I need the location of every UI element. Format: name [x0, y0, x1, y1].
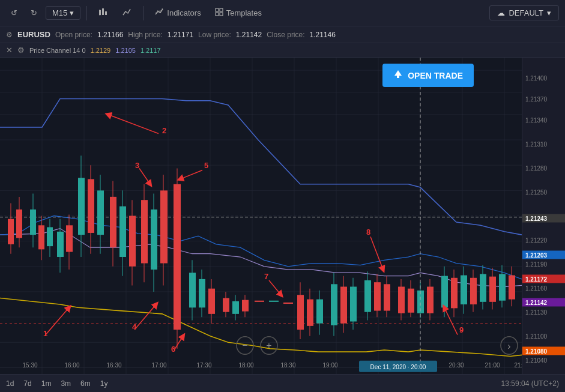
default-button[interactable]: ☁ DEFAULT ▾	[489, 5, 559, 20]
period-3m[interactable]: 3m	[61, 379, 71, 388]
settings-icon[interactable]: ⚙	[6, 31, 13, 39]
svg-text:18:30: 18:30	[280, 362, 295, 369]
svg-text:1.21400: 1.21400	[525, 75, 548, 82]
svg-rect-120	[480, 274, 486, 301]
forward-button[interactable]: ↻	[26, 6, 42, 20]
indicator-val1: 1.2129	[91, 47, 111, 54]
open-trade-button[interactable]: OPEN TRADE	[382, 64, 474, 87]
separator-1	[86, 6, 87, 20]
svg-text:−: −	[242, 339, 247, 350]
indicator-name: Price Channel 14 0	[29, 47, 86, 54]
svg-rect-5	[216, 8, 219, 11]
price-axis-svg: 1.21400 1.21370 1.21340 1.21310 1.21280 …	[522, 58, 565, 374]
period-7d[interactable]: 7d	[23, 379, 31, 388]
indicator-bar: ✕ ⚙ Price Channel 14 0 1.2129 1.2105 1.2…	[0, 43, 565, 58]
indicators-button[interactable]: Indicators	[150, 5, 205, 21]
chart-canvas[interactable]: 15:30 16:00 16:30 17:00 17:30 18:00 18:3…	[0, 58, 522, 374]
svg-rect-6	[220, 8, 223, 11]
timeframe-button[interactable]: M15 ▾	[46, 6, 80, 20]
svg-rect-75	[208, 289, 215, 314]
chart-svg: 15:30 16:00 16:30 17:00 17:30 18:00 18:3…	[0, 58, 522, 374]
svg-text:1.21100: 1.21100	[525, 333, 548, 340]
refresh-button[interactable]: ↺	[6, 6, 22, 20]
price-axis: 1.21400 1.21370 1.21340 1.21310 1.21280 …	[522, 58, 565, 374]
candle-group-2000	[398, 279, 434, 321]
svg-text:Dec 11, 2020 · 20:00: Dec 11, 2020 · 20:00	[370, 363, 426, 370]
svg-rect-7	[216, 13, 219, 16]
svg-text:1.21280: 1.21280	[525, 165, 548, 172]
period-1y[interactable]: 1y	[100, 379, 108, 388]
chevron-down-icon: ▾	[70, 8, 74, 17]
svg-text:7: 7	[264, 272, 268, 281]
templates-label: Templates	[226, 8, 262, 17]
svg-text:18:00: 18:00	[238, 362, 253, 369]
svg-rect-88	[307, 300, 313, 326]
svg-rect-43	[38, 225, 44, 249]
indicator-settings-icon[interactable]: ⚙	[17, 46, 25, 55]
low-label: Low price:	[198, 31, 231, 39]
svg-text:1.21220: 1.21220	[525, 237, 548, 244]
candle-group-1700	[110, 181, 136, 286]
svg-line-144	[108, 115, 159, 134]
candle-group-1930	[364, 271, 390, 320]
candle-group-1530	[8, 197, 22, 254]
svg-rect-47	[57, 232, 64, 257]
svg-rect-90	[316, 300, 323, 324]
svg-line-152	[174, 336, 183, 350]
svg-text:20:30: 20:30	[449, 362, 464, 369]
svg-text:+: +	[266, 339, 271, 350]
chart-area: ⚙ EURUSD Open price: 1.21166 High price:…	[0, 26, 565, 392]
svg-text:16:30: 16:30	[106, 362, 121, 369]
templates-button[interactable]: Templates	[210, 5, 267, 21]
svg-rect-104	[398, 287, 405, 313]
svg-line-146	[139, 168, 150, 184]
open-label: Open price:	[55, 31, 92, 39]
svg-rect-57	[110, 197, 116, 247]
svg-rect-118	[470, 278, 477, 304]
svg-rect-37	[8, 219, 14, 244]
svg-rect-124	[499, 274, 506, 300]
candle-group-1600	[30, 194, 53, 261]
svg-rect-81	[242, 300, 249, 312]
trade-arrow-icon	[393, 70, 403, 81]
close-value: 1.21146	[310, 31, 336, 39]
svg-rect-8	[220, 13, 223, 16]
svg-text:19:00: 19:00	[322, 362, 337, 369]
svg-rect-116	[461, 276, 467, 304]
candle-group-1745	[189, 260, 215, 323]
indicator-val3: 1.2117	[140, 47, 161, 54]
svg-text:21:30: 21:30	[514, 362, 522, 369]
svg-rect-98	[364, 280, 371, 312]
drawing-button[interactable]	[117, 4, 137, 22]
refresh-icon: ↺	[11, 8, 17, 17]
svg-text:1.21243: 1.21243	[525, 216, 548, 222]
svg-rect-100	[374, 282, 381, 310]
svg-rect-69	[174, 184, 181, 330]
svg-text:1.21040: 1.21040	[525, 357, 548, 364]
svg-rect-53	[88, 179, 94, 233]
svg-text:9: 9	[459, 325, 464, 334]
svg-text:1.21142: 1.21142	[525, 300, 548, 306]
candle-group-1715	[141, 175, 168, 292]
forward-icon: ↻	[31, 8, 37, 17]
svg-rect-63	[141, 200, 148, 263]
svg-text:21:00: 21:00	[485, 362, 500, 369]
period-1d[interactable]: 1d	[6, 379, 14, 388]
svg-text:4: 4	[132, 322, 137, 331]
svg-line-150	[180, 170, 202, 179]
svg-text:15:30: 15:30	[22, 362, 37, 369]
svg-rect-122	[489, 277, 496, 302]
svg-rect-112	[441, 276, 448, 308]
svg-text:1.21080: 1.21080	[525, 348, 548, 355]
chart-type-button[interactable]	[93, 4, 113, 22]
svg-rect-39	[16, 210, 22, 238]
indicators-label: Indicators	[167, 8, 201, 17]
open-value: 1.21166	[97, 31, 123, 39]
indicator-close-icon[interactable]: ✕	[6, 46, 13, 55]
svg-rect-41	[30, 210, 36, 235]
period-1m[interactable]: 1m	[41, 379, 52, 388]
svg-text:1.21160: 1.21160	[525, 285, 548, 292]
period-6m[interactable]: 6m	[80, 379, 91, 388]
svg-rect-77	[223, 298, 229, 312]
chart-type-icon	[98, 7, 109, 19]
